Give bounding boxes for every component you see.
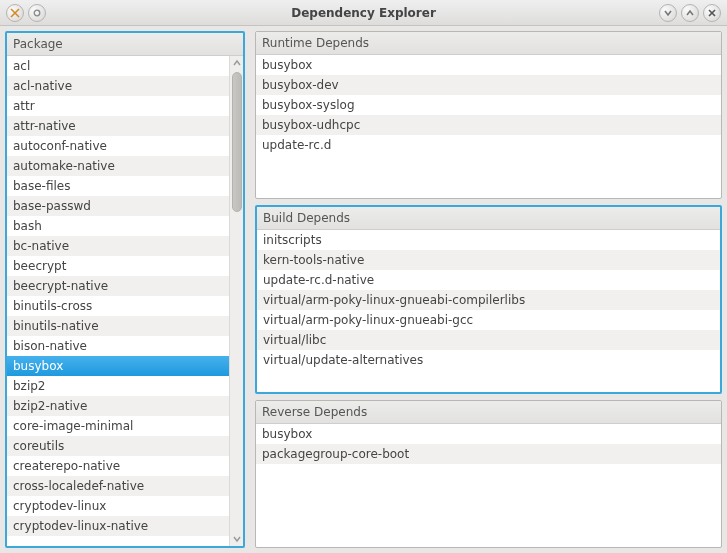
list-item[interactable]: busybox (7, 356, 229, 376)
list-item[interactable]: beecrypt (7, 256, 229, 276)
minimize-button[interactable] (659, 4, 677, 22)
list-item[interactable]: coreutils (7, 436, 229, 456)
package-scrollbar[interactable] (229, 56, 243, 546)
package-panel: Package aclacl-nativeattrattr-nativeauto… (5, 31, 245, 548)
list-item[interactable]: bzip2-native (7, 396, 229, 416)
scroll-up-icon[interactable] (231, 57, 243, 69)
list-item[interactable]: bc-native (7, 236, 229, 256)
runtime-depends-panel: Runtime Depends busyboxbusybox-devbusybo… (255, 31, 722, 199)
reverse-depends-panel: Reverse Depends busyboxpackagegroup-core… (255, 400, 722, 548)
list-item[interactable]: bzip2 (7, 376, 229, 396)
list-item[interactable]: bash (7, 216, 229, 236)
details-column: Runtime Depends busyboxbusybox-devbusybo… (255, 31, 722, 548)
close-icon (707, 8, 717, 18)
build-depends-panel: Build Depends initscriptskern-tools-nati… (255, 205, 722, 394)
window-menu-button[interactable] (6, 4, 24, 22)
list-item[interactable]: busybox-syslog (256, 95, 721, 115)
list-item[interactable]: initscripts (257, 230, 720, 250)
list-item[interactable]: attr-native (7, 116, 229, 136)
list-item[interactable]: virtual/update-alternatives (257, 350, 720, 370)
list-item[interactable]: virtual/arm-poky-linux-gnueabi-gcc (257, 310, 720, 330)
list-item[interactable]: packagegroup-core-boot (256, 444, 721, 464)
build-depends-list[interactable]: initscriptskern-tools-nativeupdate-rc.d-… (257, 230, 720, 392)
list-item[interactable]: beecrypt-native (7, 276, 229, 296)
list-item[interactable]: binutils-cross (7, 296, 229, 316)
package-list[interactable]: aclacl-nativeattrattr-nativeautoconf-nat… (7, 56, 229, 546)
list-item[interactable]: attr (7, 96, 229, 116)
list-item[interactable]: binutils-native (7, 316, 229, 336)
list-item[interactable]: cryptodev-linux (7, 496, 229, 516)
list-item[interactable]: update-rc.d-native (257, 270, 720, 290)
svg-point-2 (34, 10, 40, 16)
list-item[interactable]: virtual/arm-poky-linux-gnueabi-compilerl… (257, 290, 720, 310)
package-column: Package aclacl-nativeattrattr-nativeauto… (5, 31, 245, 548)
list-item[interactable]: busybox-udhcpc (256, 115, 721, 135)
chevron-down-icon (663, 8, 673, 18)
workarea: Package aclacl-nativeattrattr-nativeauto… (0, 26, 727, 553)
list-item[interactable]: busybox (256, 424, 721, 444)
runtime-depends-header: Runtime Depends (256, 32, 721, 55)
list-item[interactable]: kern-tools-native (257, 250, 720, 270)
list-item[interactable]: virtual/libc (257, 330, 720, 350)
list-item[interactable]: cryptodev-linux-native (7, 516, 229, 536)
list-item[interactable]: cross-localedef-native (7, 476, 229, 496)
titlebar: Dependency Explorer (0, 0, 727, 26)
runtime-depends-list[interactable]: busyboxbusybox-devbusybox-syslogbusybox-… (256, 55, 721, 198)
reverse-depends-list[interactable]: busyboxpackagegroup-core-boot (256, 424, 721, 547)
scroll-thumb[interactable] (232, 72, 242, 212)
close-button[interactable] (703, 4, 721, 22)
maximize-button[interactable] (681, 4, 699, 22)
list-item[interactable]: autoconf-native (7, 136, 229, 156)
window-title: Dependency Explorer (6, 6, 721, 20)
list-item[interactable]: busybox-dev (256, 75, 721, 95)
list-item[interactable]: acl (7, 56, 229, 76)
window-shade-button[interactable] (28, 4, 46, 22)
list-item[interactable]: createrepo-native (7, 456, 229, 476)
shade-icon (32, 8, 42, 18)
list-item[interactable]: busybox (256, 55, 721, 75)
list-item[interactable]: acl-native (7, 76, 229, 96)
list-item[interactable]: core-image-minimal (7, 416, 229, 436)
list-item[interactable]: automake-native (7, 156, 229, 176)
scroll-down-icon[interactable] (231, 533, 243, 545)
build-depends-header: Build Depends (257, 207, 720, 230)
window-menu-icon (10, 8, 20, 18)
list-item[interactable]: base-passwd (7, 196, 229, 216)
chevron-up-icon (685, 8, 695, 18)
package-header: Package (7, 33, 243, 56)
list-item[interactable]: bison-native (7, 336, 229, 356)
list-item[interactable]: base-files (7, 176, 229, 196)
list-item[interactable]: update-rc.d (256, 135, 721, 155)
reverse-depends-header: Reverse Depends (256, 401, 721, 424)
